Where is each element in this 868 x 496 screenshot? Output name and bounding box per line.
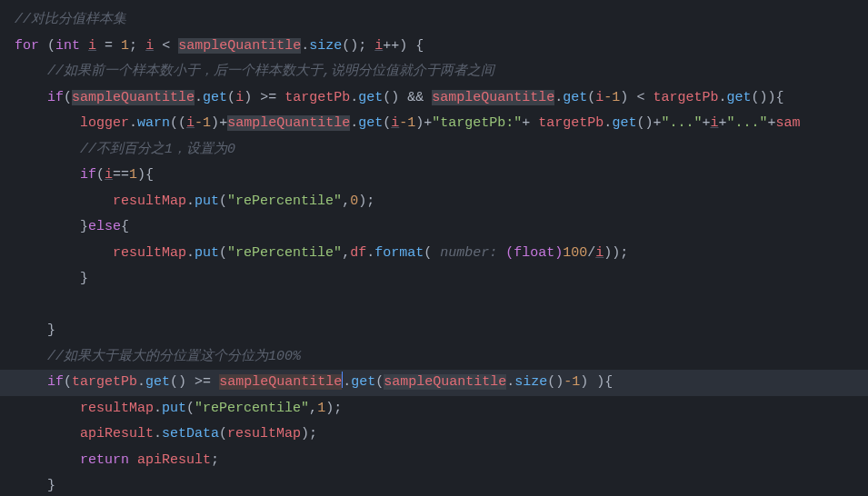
- code-line[interactable]: apiResult.setData(resultMap);: [0, 422, 868, 448]
- keyword-if: if: [47, 90, 64, 105]
- comment: //如果前一个样本数小于，后一个样本数大于,说明分位值就介于两者之间: [47, 64, 494, 79]
- code-line[interactable]: [0, 293, 868, 319]
- code-line[interactable]: }else{: [0, 214, 868, 241]
- code-line[interactable]: resultMap.put("rePercentile",df.format( …: [0, 241, 868, 267]
- variable-resultMap: resultMap: [80, 401, 154, 416]
- code-line[interactable]: return apiResult;: [0, 448, 868, 474]
- variable-targetPb: targetPb: [538, 115, 604, 131]
- variable-apiResult: apiResult: [80, 426, 154, 441]
- method-get: get: [358, 115, 383, 131]
- string-literal: "rePercentile": [227, 193, 342, 209]
- variable-i: i: [88, 38, 96, 54]
- method-put: put: [162, 401, 186, 416]
- method-setData: setData: [162, 426, 219, 441]
- method-size: size: [514, 374, 547, 390]
- variable-i: i: [595, 90, 604, 105]
- method-size: size: [309, 38, 342, 54]
- method-put: put: [195, 193, 219, 209]
- variable-i: i: [374, 38, 383, 54]
- number: 100: [563, 245, 587, 261]
- variable-i: i: [391, 115, 399, 131]
- variable-resultMap: resultMap: [227, 426, 301, 441]
- method-get: get: [145, 374, 170, 390]
- code-line[interactable]: //如果大于最大的分位置这个分位为100%: [0, 344, 868, 371]
- number: 1: [317, 401, 325, 416]
- keyword-if: if: [80, 167, 96, 183]
- variable-resultMap: resultMap: [113, 193, 186, 209]
- variable-sampleQuantitle: sampleQuantitle: [227, 115, 350, 131]
- code-line[interactable]: }: [0, 318, 868, 344]
- method-get: get: [351, 374, 375, 390]
- variable-targetPb: targetPb: [653, 90, 718, 105]
- keyword-else: else: [88, 219, 121, 234]
- comment: //如果大于最大的分位置这个分位为100%: [47, 349, 301, 364]
- code-line[interactable]: resultMap.put("rePercentile",0);: [0, 189, 868, 215]
- type-int: int: [55, 38, 80, 54]
- variable-df: df: [350, 245, 366, 261]
- string-literal: "targetPb:": [432, 115, 522, 131]
- code-line[interactable]: if(sampleQuantitle.get(i) >= targetPb.ge…: [0, 85, 868, 112]
- method-format: format: [374, 245, 424, 261]
- variable-sampleQuantitle: sampleQuantitle: [219, 374, 342, 390]
- keyword-if: if: [47, 374, 64, 390]
- code-line[interactable]: resultMap.put("rePercentile",1);: [0, 396, 868, 422]
- method-put: put: [195, 245, 219, 261]
- number: 1: [121, 38, 129, 54]
- code-line[interactable]: }: [0, 266, 868, 293]
- parameter-hint: number:: [432, 245, 505, 261]
- method-get: get: [726, 90, 751, 105]
- code-line[interactable]: //如果前一个样本数小于，后一个样本数大于,说明分位值就介于两者之间: [0, 59, 868, 85]
- method-get: get: [612, 115, 636, 131]
- variable-sampleQuantitle: sampleQuantitle: [178, 38, 301, 54]
- variable-i: i: [105, 167, 113, 183]
- method-warn: warn: [137, 115, 170, 131]
- string-literal: "rePercentile": [195, 401, 309, 416]
- code-line[interactable]: //对比分值样本集: [0, 7, 868, 34]
- keyword-return: return: [80, 452, 129, 468]
- code-line-current[interactable]: if(targetPb.get() >= sampleQuantitle.get…: [0, 370, 868, 396]
- code-line[interactable]: }: [0, 473, 868, 496]
- method-get: get: [563, 90, 587, 105]
- comment: //不到百分之1，设置为0: [80, 142, 235, 157]
- variable-resultMap: resultMap: [113, 245, 186, 261]
- variable-i: i: [145, 38, 154, 54]
- string-literal: "...": [661, 115, 702, 131]
- code-line[interactable]: logger.warn((i-1)+sampleQuantitle.get(i-…: [0, 111, 868, 137]
- variable-sampleQuantitle: sampleQuantitle: [432, 90, 554, 105]
- method-get: get: [358, 90, 383, 105]
- string-literal: "...": [726, 115, 767, 131]
- number: 0: [350, 193, 358, 209]
- variable-targetPb: targetPb: [284, 90, 350, 105]
- variable-apiResult: apiResult: [137, 452, 211, 468]
- variable-sampleQuantitle: sampleQuantitle: [384, 374, 506, 390]
- code-editor[interactable]: //对比分值样本集 for (int i = 1; i < sampleQuan…: [0, 7, 868, 496]
- method-get: get: [203, 90, 227, 105]
- code-line[interactable]: //不到百分之1，设置为0: [0, 137, 868, 164]
- variable-logger: logger: [80, 115, 129, 131]
- comment: //对比分值样本集: [15, 12, 126, 27]
- code-line[interactable]: for (int i = 1; i < sampleQuantitle.size…: [0, 34, 868, 60]
- variable-sampleQuantitle: sampleQuantitle: [72, 90, 195, 105]
- variable-targetPb: targetPb: [72, 374, 137, 390]
- variable-i: i: [235, 90, 244, 105]
- string-literal: "rePercentile": [227, 245, 342, 261]
- number: 1: [129, 167, 137, 183]
- keyword-for: for: [15, 38, 39, 54]
- code-line[interactable]: if(i==1){: [0, 163, 868, 189]
- variable-i: i: [595, 245, 604, 261]
- variable-i: i: [186, 115, 195, 131]
